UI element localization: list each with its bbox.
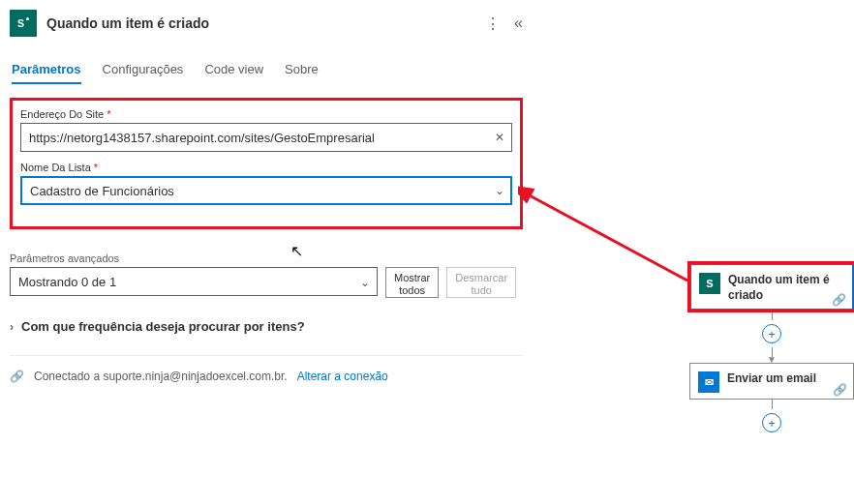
action-card-title: Enviar um email xyxy=(727,371,816,387)
trigger-card[interactable]: S Quando um item é criado 🔗 xyxy=(689,263,854,311)
action-card[interactable]: ✉ Enviar um email 🔗 xyxy=(689,363,854,400)
mouse-cursor-icon: ↖ xyxy=(290,242,303,260)
sharepoint-icon: S xyxy=(10,10,37,37)
site-address-label: Endereço Do Site * xyxy=(20,108,512,120)
more-icon[interactable]: ⋮ xyxy=(485,15,501,33)
tab-code-view[interactable]: Code view xyxy=(204,56,263,84)
svg-line-2 xyxy=(526,193,687,281)
collapse-icon[interactable]: « xyxy=(514,15,523,33)
panel-title: Quando um item é criado xyxy=(46,15,475,31)
clear-all-button: Desmarcar tudo xyxy=(446,267,516,298)
advanced-params-select[interactable] xyxy=(10,267,378,296)
clear-input-icon[interactable]: ✕ xyxy=(495,131,504,144)
add-step-button[interactable]: + xyxy=(762,413,781,432)
chevron-down-icon[interactable]: ⌄ xyxy=(495,184,504,197)
site-address-input[interactable] xyxy=(20,123,512,152)
divider xyxy=(10,355,523,356)
frequency-expander[interactable]: › Com que frequência deseja procurar por… xyxy=(10,319,523,334)
chevron-down-icon[interactable]: ⌄ xyxy=(360,276,370,289)
trigger-card-title: Quando um item é criado xyxy=(728,273,844,303)
add-step-button[interactable]: + xyxy=(762,324,781,343)
link-icon: 🔗 xyxy=(10,370,24,383)
chevron-right-icon: › xyxy=(10,320,14,334)
connection-status: 🔗 Conectado a suporte.ninja@ninjadoexcel… xyxy=(10,370,523,383)
change-connection-link[interactable]: Alterar a conexão xyxy=(297,370,388,383)
tab-configuracoes[interactable]: Configurações xyxy=(103,56,184,84)
outlook-icon: ✉ xyxy=(698,371,719,393)
panel-header: S Quando um item é criado ⋮ « xyxy=(10,8,523,43)
connection-text: Conectado a suporte.ninja@ninjadoexcel.c… xyxy=(34,370,288,383)
link-icon: 🔗 xyxy=(832,293,846,307)
svg-text:S: S xyxy=(17,17,24,29)
tab-bar: Parâmetros Configurações Code view Sobre xyxy=(10,43,523,84)
tab-parametros[interactable]: Parâmetros xyxy=(12,56,81,84)
sharepoint-icon: S xyxy=(699,273,720,294)
flow-canvas: S Quando um item é criado 🔗 + ▼ ✉ Enviar… xyxy=(689,263,854,436)
annotation-arrow xyxy=(518,184,702,290)
annotation-highlight-box: Endereço Do Site * ✕ Nome Da Lista * ⌄ xyxy=(10,98,523,229)
frequency-label: Com que frequência deseja procurar por i… xyxy=(21,319,305,334)
advanced-params-label: Parâmetros avançados xyxy=(10,252,523,264)
link-icon: 🔗 xyxy=(833,383,847,397)
svg-point-1 xyxy=(26,17,29,20)
list-name-input[interactable] xyxy=(20,176,512,205)
tab-sobre[interactable]: Sobre xyxy=(285,56,319,84)
show-all-button[interactable]: Mostrar todos xyxy=(385,267,439,298)
list-name-label: Nome Da Lista * xyxy=(20,162,512,173)
